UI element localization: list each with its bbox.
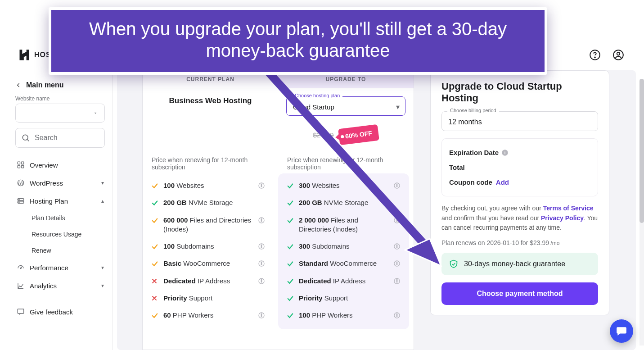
- search-placeholder: Search: [35, 134, 58, 142]
- info-icon[interactable]: [257, 277, 266, 285]
- feature-text: 2 000 000 Files and Directories (Inodes): [299, 216, 388, 234]
- current-features-column: 100 Websites200 GB NVMe Storage600 000 F…: [143, 173, 274, 329]
- check-icon: [286, 277, 294, 286]
- gauge-icon: [16, 264, 25, 272]
- sidebar-item-overview[interactable]: Overview: [12, 156, 108, 174]
- check-icon: [286, 217, 294, 225]
- hostinger-logo-icon: [18, 49, 31, 61]
- svg-rect-25: [261, 263, 261, 265]
- sidebar-item-renew[interactable]: Renew: [27, 242, 108, 259]
- info-icon[interactable]: [393, 243, 401, 250]
- check-icon: [151, 243, 159, 251]
- feature-text: 300 Subdomains: [299, 242, 388, 251]
- feature-row: 200 GB NVMe Storage: [147, 194, 269, 211]
- chevron-down-icon: ▾: [101, 282, 104, 289]
- svg-point-1: [594, 57, 595, 58]
- svg-rect-8: [22, 166, 24, 168]
- sidebar-item-performance[interactable]: Performance ▾: [12, 259, 108, 277]
- terms-of-service-link[interactable]: Terms of Service: [543, 205, 594, 212]
- feature-row: 300 Subdomains: [283, 238, 405, 255]
- info-icon[interactable]: [393, 182, 401, 189]
- check-icon: [286, 182, 294, 190]
- expiration-row: Expiration Date: [449, 145, 590, 160]
- feature-row: Priority Support: [147, 290, 269, 307]
- chat-widget[interactable]: [610, 319, 633, 343]
- sidebar-item-label: Analytics: [30, 282, 57, 290]
- sidebar-item-feedback[interactable]: Give feedback: [12, 303, 108, 321]
- sidebar-item-label: WordPress: [30, 179, 63, 187]
- check-icon: [286, 312, 294, 320]
- sidebar-item-label: Give feedback: [30, 308, 73, 316]
- choose-payment-button[interactable]: Choose payment method: [441, 282, 598, 305]
- sidebar-item-label: Performance: [30, 264, 68, 272]
- svg-rect-29: [261, 279, 261, 280]
- chevron-down-icon: ▾: [101, 264, 104, 271]
- caret-down-icon: [93, 110, 98, 116]
- info-icon[interactable]: [393, 277, 401, 285]
- privacy-policy-link[interactable]: Privacy Policy: [541, 214, 584, 222]
- feature-text: Basic WooCommerce: [163, 259, 253, 268]
- check-icon: [151, 199, 159, 207]
- total-label: Total: [449, 164, 465, 171]
- feature-row: Priority Support: [283, 290, 405, 307]
- renewal-note-row: Price when renewing for 12-month subscri…: [143, 145, 414, 173]
- check-icon: [151, 260, 159, 268]
- info-icon[interactable]: [501, 149, 509, 156]
- check-icon: [286, 260, 294, 268]
- shield-check-icon: [449, 259, 459, 269]
- website-select[interactable]: [15, 104, 105, 123]
- account-button[interactable]: [611, 47, 626, 63]
- discount-badge: 60% OFF: [338, 124, 380, 145]
- chevron-down-icon: ▾: [396, 103, 400, 111]
- hosting-submenu: Plan Details Resources Usage Renew: [12, 210, 108, 259]
- svg-rect-49: [396, 315, 397, 317]
- help-button[interactable]: [587, 47, 603, 63]
- info-icon[interactable]: [393, 312, 401, 319]
- annotation-callout: When you upgrade your plan, you'll still…: [49, 7, 547, 75]
- sidebar: Main menu Website name Search Overview W…: [8, 72, 113, 350]
- feature-text: 60 PHP Workers: [163, 311, 253, 320]
- billing-period-select[interactable]: Choose billing period 12 months: [441, 111, 598, 131]
- feature-text: Dedicated IP Address: [299, 277, 388, 286]
- svg-rect-32: [261, 314, 261, 314]
- sidebar-scroll-thumb[interactable]: [639, 79, 644, 223]
- checkout-title: Upgrade to Cloud Startup Hosting: [441, 81, 598, 104]
- feature-row: 2 000 000 Files and Directories (Inodes): [283, 212, 405, 238]
- hosting-plan-select[interactable]: Choose hosting plan Cloud Startup ▾: [286, 96, 405, 116]
- back-to-main-menu[interactable]: Main menu: [8, 78, 112, 95]
- sidebar-item-hosting-plan[interactable]: Hosting Plan ▴: [12, 192, 108, 210]
- guarantee-badge: 30-days money-back guarantee: [441, 253, 598, 275]
- svg-rect-31: [261, 315, 261, 317]
- info-icon[interactable]: [257, 182, 266, 189]
- sidebar-item-wordpress[interactable]: WordPress ▾: [12, 174, 108, 192]
- check-icon: [286, 199, 294, 207]
- renewal-note-current: Price when renewing for 12-month subscri…: [143, 145, 278, 173]
- search-icon: [21, 133, 30, 142]
- coupon-label: Coupon code: [449, 178, 492, 186]
- svg-rect-17: [261, 184, 261, 184]
- feature-text: 200 GB NVMe Storage: [299, 198, 388, 207]
- feature-row: 100 Subdomains: [147, 238, 269, 255]
- terms-text: By checking out, you agree with our Term…: [441, 204, 598, 233]
- guarantee-text: 30-days money-back guarantee: [464, 260, 565, 268]
- info-icon[interactable]: [257, 260, 266, 267]
- feature-row: 100 PHP Workers: [283, 307, 405, 324]
- info-icon[interactable]: [257, 217, 266, 224]
- sidebar-item-plan-details[interactable]: Plan Details: [27, 210, 108, 226]
- search-input[interactable]: Search: [15, 128, 105, 148]
- svg-rect-46: [396, 280, 397, 282]
- current-plan-name: Business Web Hosting: [169, 96, 252, 105]
- sidebar-item-resources-usage[interactable]: Resources Usage: [27, 226, 108, 242]
- svg-rect-22: [261, 246, 261, 248]
- info-icon[interactable]: [257, 312, 266, 319]
- feature-text: 100 Subdomains: [163, 242, 253, 251]
- info-icon[interactable]: [393, 260, 401, 267]
- svg-rect-35: [396, 184, 397, 184]
- sidebar-item-analytics[interactable]: Analytics ▾: [12, 277, 108, 295]
- brand-logo[interactable]: HOS: [18, 49, 51, 61]
- add-coupon-link[interactable]: Add: [496, 178, 509, 186]
- info-icon[interactable]: [257, 243, 266, 250]
- plan-selector-row: Business Web Hosting Choose hosting plan…: [143, 88, 414, 145]
- info-icon[interactable]: [393, 217, 401, 224]
- feature-row: Dedicated IP Address: [283, 273, 405, 290]
